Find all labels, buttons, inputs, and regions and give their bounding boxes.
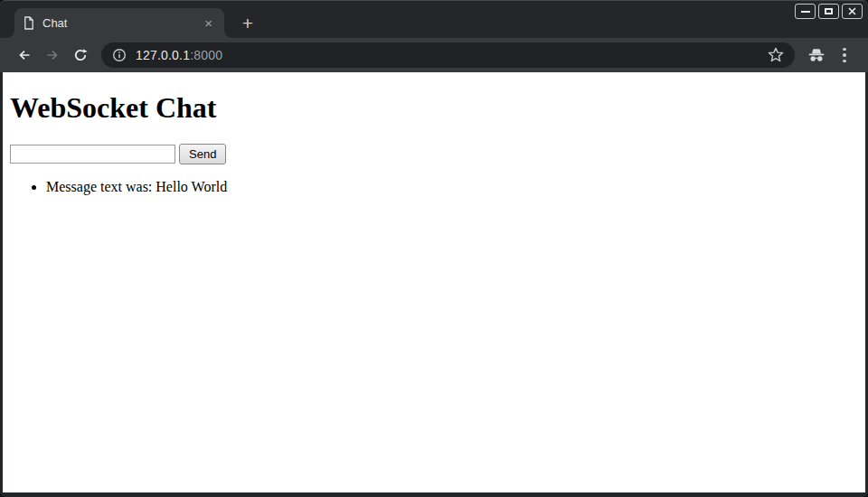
minimize-button[interactable] — [795, 4, 816, 19]
message-item: Message text was: Hello World — [46, 179, 858, 195]
window-controls — [795, 4, 863, 19]
site-info-icon[interactable] — [112, 48, 127, 62]
menu-button[interactable] — [832, 42, 857, 68]
new-tab-button[interactable]: + — [231, 8, 264, 38]
plus-icon: + — [242, 14, 253, 33]
send-button[interactable]: Send — [179, 144, 226, 164]
back-button[interactable] — [12, 42, 37, 68]
page-favicon-icon — [24, 16, 34, 30]
minimize-icon — [801, 11, 810, 13]
forward-button[interactable] — [40, 42, 65, 68]
page-title: WebSocket Chat — [10, 91, 858, 125]
url-port: :8000 — [190, 48, 222, 62]
incognito-badge — [804, 42, 829, 68]
maximize-icon — [825, 8, 833, 14]
bookmark-star-button[interactable] — [764, 43, 788, 67]
title-bar[interactable]: Chat × + — [0, 0, 868, 38]
close-icon — [848, 7, 856, 15]
tab-chat[interactable]: Chat × — [14, 8, 224, 38]
browser-toolbar: 127.0.0.1:8000 — [0, 38, 868, 72]
close-button[interactable] — [842, 4, 863, 19]
message-input[interactable] — [10, 145, 175, 164]
message-list: Message text was: Hello World — [10, 179, 858, 195]
page-content: WebSocket Chat Send Message text was: He… — [3, 72, 865, 492]
incognito-icon — [807, 48, 826, 62]
vertical-dots-icon — [843, 48, 846, 63]
forward-icon — [45, 48, 60, 62]
browser-window: Chat × + — [0, 0, 868, 497]
back-icon — [17, 48, 32, 62]
address-bar[interactable]: 127.0.0.1:8000 — [101, 42, 795, 68]
star-icon — [768, 47, 784, 63]
url-host: 127.0.0.1 — [136, 48, 190, 62]
reload-button[interactable] — [68, 42, 93, 68]
url-text[interactable]: 127.0.0.1:8000 — [136, 48, 222, 62]
reload-icon — [73, 48, 88, 62]
tab-close-icon[interactable]: × — [202, 15, 215, 31]
tab-title: Chat — [42, 16, 193, 30]
chat-form: Send — [10, 144, 858, 164]
maximize-button[interactable] — [818, 4, 839, 19]
